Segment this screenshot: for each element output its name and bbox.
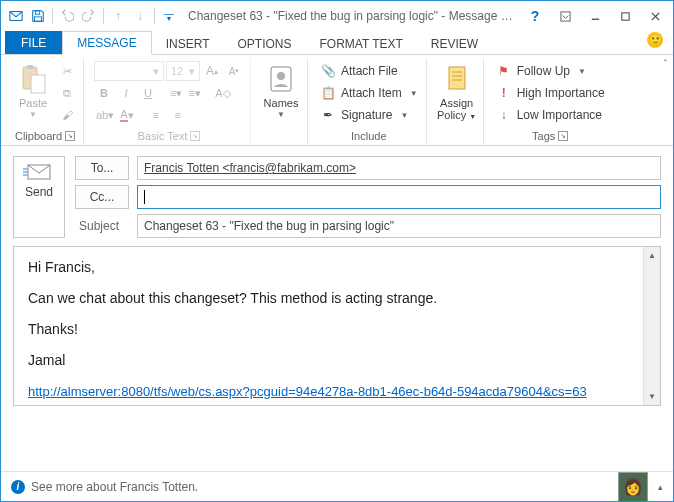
low-importance-button[interactable]: ↓Low Importance xyxy=(494,105,607,126)
svg-rect-10 xyxy=(31,75,45,93)
expand-people-pane-icon[interactable]: ▴ xyxy=(658,482,663,492)
scroll-down-icon[interactable]: ▼ xyxy=(644,388,660,405)
underline-icon[interactable]: U xyxy=(138,83,158,103)
ribbon: Paste ▼ ✂ ⧉ 🖌 Clipboard↘ ▾ 12▾ A▴ A▾ xyxy=(1,54,673,146)
send-icon xyxy=(23,163,55,181)
contact-avatar[interactable]: 👩 xyxy=(618,472,648,502)
tab-options[interactable]: OPTIONS xyxy=(224,33,306,55)
cc-field[interactable] xyxy=(137,185,661,209)
tab-file[interactable]: FILE xyxy=(5,31,62,55)
undo-icon[interactable] xyxy=(56,5,78,27)
body-line: Can we chat about this changeset? This m… xyxy=(28,288,646,309)
chevron-down-icon: ▼ xyxy=(400,111,408,120)
italic-icon[interactable]: I xyxy=(116,83,136,103)
svg-rect-2 xyxy=(35,17,42,21)
to-field[interactable]: Francis Totten <francis@fabrikam.com> xyxy=(137,156,661,180)
collapse-ribbon-icon[interactable]: ˆ xyxy=(664,59,667,70)
svg-rect-13 xyxy=(449,67,465,89)
bullets-icon[interactable]: ≡▾ xyxy=(168,83,184,103)
copy-icon[interactable]: ⧉ xyxy=(57,83,77,103)
to-button[interactable]: To... xyxy=(75,156,129,180)
group-names: Names ▼ . xyxy=(255,58,308,145)
minimize-icon[interactable] xyxy=(581,6,609,26)
scroll-up-icon[interactable]: ▲ xyxy=(644,247,660,264)
decrease-indent-icon[interactable]: ≡ xyxy=(146,105,166,125)
next-icon[interactable]: ↓ xyxy=(129,5,151,27)
people-pane-text[interactable]: See more about Francis Totten. xyxy=(31,480,198,494)
chevron-down-icon: ▼ xyxy=(410,89,418,98)
low-importance-icon: ↓ xyxy=(496,107,512,123)
increase-indent-icon[interactable]: ≡ xyxy=(168,105,188,125)
dialog-launcher-icon[interactable]: ↘ xyxy=(190,131,200,141)
group-label-clipboard: Clipboard xyxy=(15,130,62,142)
tab-insert[interactable]: INSERT xyxy=(152,33,224,55)
svg-rect-5 xyxy=(621,12,628,19)
previous-icon[interactable]: ↑ xyxy=(107,5,129,27)
group-clipboard: Paste ▼ ✂ ⧉ 🖌 Clipboard↘ xyxy=(7,58,84,145)
save-icon[interactable] xyxy=(27,5,49,27)
qat-separator xyxy=(52,8,53,24)
ribbon-options-icon[interactable] xyxy=(551,6,579,26)
attach-file-button[interactable]: 📎Attach File xyxy=(318,61,420,82)
maximize-icon[interactable] xyxy=(611,6,639,26)
high-importance-icon: ! xyxy=(496,85,512,101)
tab-message[interactable]: MESSAGE xyxy=(62,31,151,55)
dialog-launcher-icon[interactable]: ↘ xyxy=(558,131,568,141)
names-button[interactable]: Names ▼ xyxy=(261,60,301,126)
svg-rect-9 xyxy=(27,65,33,69)
assign-policy-button[interactable]: AssignPolicy ▼ xyxy=(437,60,477,126)
quick-access-toolbar: ↑ ↓ —▼ xyxy=(5,5,180,27)
dialog-launcher-icon[interactable]: ↘ xyxy=(65,131,75,141)
people-pane: i See more about Francis Totten. 👩 ▴ xyxy=(1,471,673,501)
body-link[interactable]: http://almserver:8080/tfs/web/cs.aspx?pc… xyxy=(28,384,587,399)
qat-app-icon[interactable] xyxy=(5,5,27,27)
shrink-font-icon[interactable]: A▾ xyxy=(224,61,244,81)
paste-icon xyxy=(17,63,49,95)
body-greeting: Hi Francis, xyxy=(28,257,646,278)
chevron-down-icon: ▼ xyxy=(277,110,285,119)
group-basic-text: ▾ 12▾ A▴ A▾ B I U ≡▾ ≡▾ A◇ ab▾ A xyxy=(88,58,251,145)
format-painter-icon[interactable]: 🖌 xyxy=(57,105,77,125)
send-button[interactable]: Send xyxy=(13,156,65,238)
qat-customize-icon[interactable]: —▼ xyxy=(158,5,180,27)
text-cursor xyxy=(144,190,145,204)
group-label-include: Include xyxy=(351,130,386,142)
signature-icon: ✒ xyxy=(320,107,336,123)
title-bar: ↑ ↓ —▼ Changeset 63 - "Fixed the bug in … xyxy=(1,1,673,31)
close-icon[interactable] xyxy=(641,6,669,26)
tab-format-text[interactable]: FORMAT TEXT xyxy=(306,33,417,55)
follow-up-button[interactable]: ⚑Follow Up▼ xyxy=(494,61,607,82)
tab-review[interactable]: REVIEW xyxy=(417,33,492,55)
info-icon: i xyxy=(11,480,25,494)
group-assign-policy: AssignPolicy ▼ . xyxy=(431,58,484,145)
address-book-icon xyxy=(265,63,297,95)
clear-formatting-icon[interactable]: A◇ xyxy=(213,83,233,103)
flag-icon: ⚑ xyxy=(496,63,512,79)
grow-font-icon[interactable]: A▴ xyxy=(202,61,222,81)
cut-icon[interactable]: ✂ xyxy=(57,61,77,81)
paste-button[interactable]: Paste ▼ xyxy=(13,60,53,126)
body-thanks: Thanks! xyxy=(28,319,646,340)
cc-button[interactable]: Cc... xyxy=(75,185,129,209)
attach-item-icon: 📋 xyxy=(320,85,336,101)
help-icon[interactable]: ? xyxy=(521,6,549,26)
redo-icon[interactable] xyxy=(78,5,100,27)
scrollbar[interactable]: ▲ ▼ xyxy=(643,247,660,405)
body-signature: Jamal xyxy=(28,350,646,371)
font-family-selector[interactable]: ▾ xyxy=(94,61,164,81)
font-size-selector[interactable]: 12▾ xyxy=(166,61,200,81)
feedback-smiley-icon[interactable] xyxy=(647,32,663,48)
numbering-icon[interactable]: ≡▾ xyxy=(186,83,202,103)
highlight-icon[interactable]: ab▾ xyxy=(94,105,116,125)
signature-button[interactable]: ✒Signature▼ xyxy=(318,105,420,126)
group-label-tags: Tags xyxy=(532,130,555,142)
qat-separator xyxy=(103,8,104,24)
chevron-down-icon: ▼ xyxy=(29,110,37,119)
svg-point-12 xyxy=(277,72,285,80)
subject-field[interactable]: Changeset 63 - "Fixed the bug in parsing… xyxy=(137,214,661,238)
bold-icon[interactable]: B xyxy=(94,83,114,103)
font-color-icon[interactable]: A▾ xyxy=(118,105,135,125)
high-importance-button[interactable]: !High Importance xyxy=(494,83,607,104)
message-body[interactable]: Hi Francis, Can we chat about this chang… xyxy=(13,246,661,406)
attach-item-button[interactable]: 📋Attach Item▼ xyxy=(318,83,420,104)
